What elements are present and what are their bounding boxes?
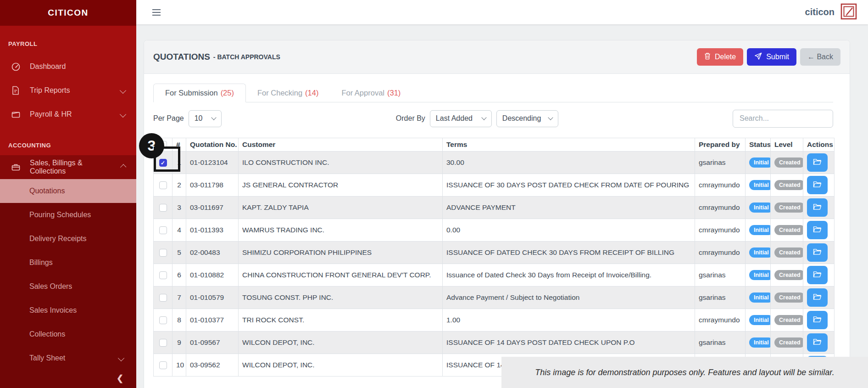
row-checkbox-cell [154,287,172,309]
sort-field-select[interactable]: Last Added [430,110,492,127]
row-checkbox[interactable] [159,361,167,369]
open-quotation-button[interactable] [807,288,828,307]
sidebar-submenu-item[interactable]: Delivery Receipts [0,227,136,251]
order-by-label: Order By [396,114,425,123]
sidebar-submenu-item-label: Pouring Schedules [29,211,91,219]
quotation-no-cell: 03-011798 [186,174,239,197]
sidebar-item-sales-billings-collections[interactable]: Sales, Billings & Collections [0,155,136,179]
sidebar-submenu-item-label: Billings [29,259,53,267]
sidebar-collapse-button[interactable]: ❮ [0,370,136,388]
per-page-label: Per Page [153,114,184,123]
sidebar-submenu-item[interactable]: Sales Invoices [0,298,136,322]
quotation-no-cell: 01-010377 [186,309,239,332]
sidebar-section-label-payroll: PAYROLL [0,26,136,55]
level-cell: Created [771,287,803,309]
row-checkbox[interactable] [159,226,167,234]
menu-toggle-icon[interactable] [152,9,161,16]
status-cell: Initial [746,242,771,264]
row-number: 3 [172,197,186,219]
level-badge: Created [774,225,803,235]
folder-open-icon [813,203,822,212]
row-checkbox[interactable] [159,249,167,257]
customer-cell: WILCON DEPOT, INC. [239,332,443,354]
page-subtitle: - BATCH APPROVALS [213,53,280,61]
sidebar-submenu-item-label: Sales Orders [29,282,72,291]
sort-field-value: Last Added [436,114,473,123]
folder-open-icon [813,158,822,167]
folder-open-icon [813,316,822,324]
chevron-left-icon: ❮ [117,373,123,383]
company-logo-icon [840,3,857,22]
status-cell: Initial [746,152,771,174]
status-badge: Initial [749,270,771,280]
row-checkbox-cell [154,219,172,242]
tab[interactable]: For Checking (14) [246,84,330,102]
sort-direction-select[interactable]: Descending [496,110,558,127]
row-checkbox-cell [154,174,172,197]
col-header-level: Level [771,138,803,152]
open-quotation-button[interactable] [807,243,828,262]
speedometer-icon [11,62,21,72]
sidebar-item-trip-reports[interactable]: Trip Reports [0,79,136,102]
level-badge: Created [774,202,803,213]
sidebar-brand: CITICON [0,0,136,26]
back-button[interactable]: ← Back [800,48,840,66]
per-page-select[interactable]: 10 [189,110,222,127]
sidebar-section-label-accounting: ACCOUNTING [0,126,136,155]
row-checkbox-cell [154,309,172,332]
row-checkbox-cell [154,354,172,377]
submit-button[interactable]: Submit [747,48,796,66]
sidebar-item-payroll-hr[interactable]: Payroll & HR [0,102,136,126]
open-quotation-button[interactable] [807,221,828,239]
sidebar-submenu-item[interactable]: Quotations [0,179,136,203]
customer-cell: TOSUNG CONST. PHP INC. [239,287,443,309]
prepared-by-cell: cmraymundo [695,242,746,264]
sidebar-submenu-item[interactable]: Sales Orders [0,275,136,298]
status-cell: Initial [746,197,771,219]
open-quotation-button[interactable] [807,266,828,284]
delete-button[interactable]: Delete [697,48,743,66]
row-number: 7 [172,287,186,309]
back-button-label: ← Back [807,53,833,61]
open-quotation-button[interactable] [807,176,828,194]
row-checkbox[interactable] [159,271,167,279]
row-checkbox[interactable] [159,181,167,189]
level-badge: Created [774,315,803,325]
sidebar-submenu-item[interactable]: Collections [0,322,136,346]
prepared-by-cell: gsarinas [695,264,746,287]
chevron-down-icon [548,115,553,120]
sidebar-submenu-item[interactable]: Tally Sheet [0,346,136,370]
terms-cell: Advance Payment / Subject to Negotiation [443,287,695,309]
app-window: CITICON PAYROLL Dashboard Trip Reports [0,0,868,388]
row-checkbox[interactable] [159,294,167,302]
tab-label: For Approval [341,89,384,97]
row-checkbox[interactable] [159,339,167,347]
open-quotation-button[interactable] [807,198,828,217]
sidebar-item-dashboard[interactable]: Dashboard [0,55,136,79]
sidebar: CITICON PAYROLL Dashboard Trip Reports [0,0,136,388]
open-quotation-button[interactable] [807,311,828,329]
row-checkbox[interactable] [159,316,167,324]
open-quotation-button[interactable] [807,153,828,172]
tab-count: (31) [387,89,401,97]
open-quotation-button[interactable] [807,333,828,352]
tab[interactable]: For Submission (25) [153,84,246,102]
tab[interactable]: For Approval (31) [330,84,412,102]
level-badge: Created [774,180,803,190]
folder-open-icon [813,293,822,302]
actions-cell [803,332,835,354]
prepared-by-cell: gsarinas [695,152,746,174]
row-checkbox[interactable] [159,204,167,212]
status-cell: Initial [746,309,771,332]
search-input[interactable] [733,110,833,128]
sidebar-submenu-item[interactable]: Pouring Schedules [0,203,136,227]
status-cell: Initial [746,287,771,309]
customer-cell: WILCON DEPOT, INC. [239,354,443,377]
level-cell: Created [771,264,803,287]
sidebar-submenu-item[interactable]: Billings [0,251,136,275]
per-page-value: 10 [195,114,203,123]
quotation-no-cell: 02-00483 [186,242,239,264]
col-header-prepared: Prepared by [695,138,746,152]
quotations-table: # Quotation No. Customer Terms Prepared … [153,138,835,377]
step-annotation-highlight-box [154,146,180,172]
